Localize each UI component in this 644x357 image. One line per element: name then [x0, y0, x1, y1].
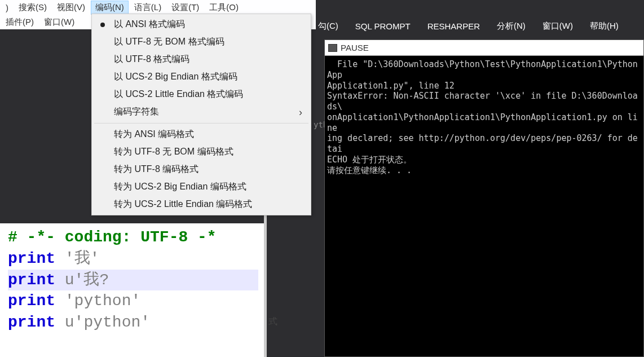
console-title-text: PAUSE — [341, 43, 369, 52]
menu-language[interactable]: 语言(L) — [130, 1, 166, 15]
console-titlebar[interactable]: PAUSE — [325, 40, 643, 56]
menu-settings[interactable]: 设置(T) — [167, 1, 204, 15]
code-line-1: # -*- coding: UTF-8 -* — [8, 228, 217, 246]
console-line-1: Application1.py", line 12 — [327, 81, 455, 91]
code-line-5: print u'python' — [8, 314, 150, 331]
console-output[interactable]: File "D:\360Downloads\Python\Test\Python… — [325, 56, 643, 356]
menu-window[interactable]: 窗口(W) — [39, 15, 79, 29]
dd-conv-ansi[interactable]: 转为 ANSI 编码格式 — [94, 126, 309, 143]
code-line-3: print u'我? — [8, 270, 258, 291]
dd-utf8[interactable]: 以 UTF-8 格式编码 — [94, 51, 309, 68]
dd-conv-ucs2-be[interactable]: 转为 UCS-2 Big Endian 编码格式 — [94, 178, 309, 196]
dd-conv-utf8[interactable]: 转为 UTF-8 编码格式 — [94, 161, 309, 178]
dd-separator — [94, 123, 308, 124]
dd-ucs2-le[interactable]: 以 UCS-2 Little Endian 格式编码 — [94, 86, 309, 103]
dd-ucs2-be[interactable]: 以 UCS-2 Big Endian 格式编码 — [94, 68, 309, 86]
vs-menu-window[interactable]: 窗口(W) — [542, 21, 573, 32]
vs-menu-help[interactable]: 帮助(H) — [590, 21, 619, 32]
dd-ansi[interactable]: 以 ANSI 格式编码 — [94, 16, 309, 33]
console-window: PAUSE File "D:\360Downloads\Python\Test\… — [324, 39, 644, 357]
console-line-3: onApplication1\PythonApplication1\Python… — [327, 112, 638, 133]
paren-fragment: ) — [1, 1, 13, 14]
dd-utf8-nobom[interactable]: 以 UTF-8 无 BOM 格式编码 — [94, 33, 309, 51]
code-line-2: print '我' — [8, 250, 99, 267]
vs-menu-resharper[interactable]: RESHARPER — [427, 21, 480, 31]
vs-menu-analyze[interactable]: 分析(N) — [497, 21, 526, 32]
encoding-dropdown: 以 ANSI 格式编码 以 UTF-8 无 BOM 格式编码 以 UTF-8 格… — [91, 14, 311, 215]
npp-menurow-1: ) 搜索(S) 视图(V) 编码(N) 语言(L) 设置(T) 工具(O) — [0, 0, 316, 15]
code-line-4: print 'python' — [8, 292, 140, 310]
menu-encoding[interactable]: 编码(N) — [91, 1, 129, 15]
console-line-2: SyntaxError: Non-ASCII character '\xce' … — [327, 91, 638, 112]
console-line-0: File "D:\360Downloads\Python\Test\Python… — [327, 59, 638, 80]
vs-menubar: 勾(C) SQL PROMPT RESHARPER 分析(N) 窗口(W) 帮助… — [316, 17, 644, 35]
menu-tools[interactable]: 工具(O) — [205, 1, 243, 15]
dd-conv-ucs2-le[interactable]: 转为 UCS-2 Little Endian 编码格式 — [94, 196, 309, 213]
menu-search[interactable]: 搜索(S) — [14, 1, 51, 15]
console-line-4: ing declared; see http://python.org/dev/… — [327, 133, 638, 154]
dd-charset-sub[interactable]: 编码字符集 — [94, 103, 309, 121]
menu-plugins[interactable]: 插件(P) — [1, 15, 38, 29]
menu-view[interactable]: 视图(V) — [52, 1, 90, 15]
vs-menu-sqlprompt[interactable]: SQL PROMPT — [355, 21, 411, 31]
cmd-icon — [328, 44, 337, 52]
code-editor[interactable]: # -*- coding: UTF-8 -* print '我' print u… — [0, 223, 264, 357]
dd-conv-utf8-nobom[interactable]: 转为 UTF-8 无 BOM 编码格式 — [94, 143, 309, 161]
vs-menu-goto[interactable]: 勾(C) — [318, 21, 338, 32]
console-line-6: 请按任意键继续. . . — [327, 165, 412, 175]
console-line-5: ECHO 处于打开状态。 — [327, 155, 412, 165]
frag-shi: 式 — [268, 316, 277, 328]
